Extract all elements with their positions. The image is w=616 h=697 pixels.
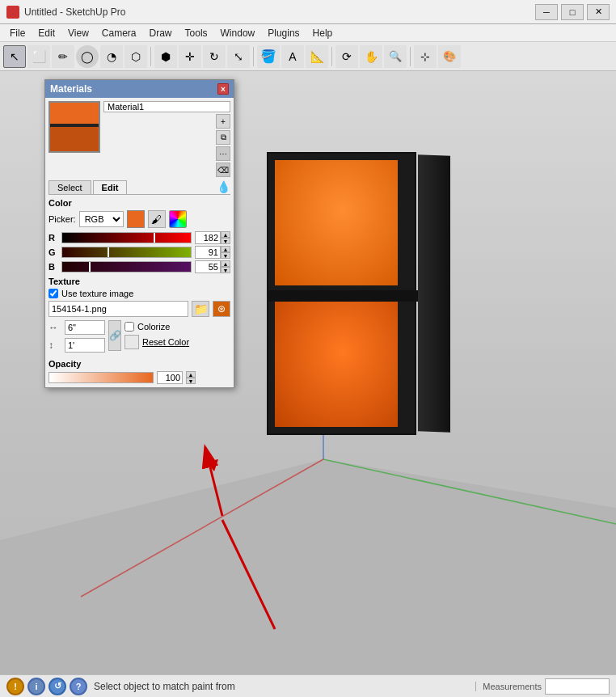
texture-filename-input[interactable] bbox=[49, 301, 188, 317]
texture-section: Texture Use texture image 📁 ⊛ ↔ bbox=[49, 277, 230, 354]
b-spin-down[interactable]: ▼ bbox=[221, 267, 230, 273]
picker-select[interactable]: RGB HSB HLS Wheel bbox=[79, 211, 124, 227]
material-name-input[interactable] bbox=[103, 101, 230, 112]
sample-paint-btn[interactable]: ⋯ bbox=[216, 146, 230, 161]
polygon-tool-btn[interactable]: ⬡ bbox=[124, 45, 147, 68]
paint-bucket-btn[interactable]: 🪣 bbox=[257, 45, 280, 68]
status-icon-circle1[interactable]: ! bbox=[6, 678, 24, 695]
eyedropper-btn[interactable]: 💧 bbox=[217, 180, 230, 194]
opacity-section: Opacity ▲ ▼ bbox=[49, 359, 230, 384]
color-swatch[interactable] bbox=[127, 210, 145, 228]
menu-camera[interactable]: Camera bbox=[95, 26, 143, 40]
use-texture-checkbox[interactable] bbox=[49, 289, 58, 298]
b-value-input[interactable] bbox=[195, 260, 221, 273]
panel-close-button[interactable]: × bbox=[217, 83, 229, 95]
menu-view[interactable]: View bbox=[61, 26, 95, 40]
width-row: ↔ bbox=[49, 320, 105, 335]
measure-btn[interactable]: 📐 bbox=[306, 45, 328, 68]
color-wheel-btn[interactable] bbox=[169, 210, 187, 228]
zoom-btn[interactable]: 🔍 bbox=[384, 45, 407, 68]
menu-edit[interactable]: Edit bbox=[32, 26, 61, 40]
width-input[interactable] bbox=[65, 320, 105, 335]
g-spinners: ▲ ▼ bbox=[221, 246, 230, 259]
tab-edit[interactable]: Edit bbox=[93, 180, 128, 194]
g-value-input[interactable] bbox=[195, 246, 221, 259]
menu-file[interactable]: File bbox=[3, 26, 32, 40]
close-button[interactable]: ✕ bbox=[587, 4, 610, 20]
title-bar: Untitled - SketchUp Pro ─ □ ✕ bbox=[0, 0, 616, 24]
status-bar: ! i ↺ ? Select object to match paint fro… bbox=[0, 674, 616, 697]
tab-select[interactable]: Select bbox=[49, 180, 91, 194]
select-tool-btn[interactable]: ↖ bbox=[3, 45, 26, 68]
texture-section-header: Texture bbox=[49, 277, 230, 286]
opacity-section-header: Opacity bbox=[49, 359, 230, 369]
g-slider[interactable] bbox=[61, 247, 192, 258]
size-inputs: ↔ ↕ bbox=[49, 320, 105, 354]
b-label: B bbox=[49, 262, 58, 272]
reset-color-btn[interactable]: Reset Color bbox=[142, 337, 189, 347]
status-icon-circle3[interactable]: ↺ bbox=[49, 678, 66, 695]
eraser-tool-btn[interactable]: ⬜ bbox=[27, 45, 50, 68]
height-input[interactable] bbox=[65, 338, 105, 353]
opacity-slider[interactable] bbox=[49, 372, 154, 383]
r-spin-up[interactable]: ▲ bbox=[221, 231, 230, 238]
status-icon-help[interactable]: ? bbox=[70, 678, 87, 695]
menu-draw[interactable]: Draw bbox=[143, 26, 179, 40]
menu-window[interactable]: Window bbox=[214, 26, 262, 40]
size-section: ↔ ↕ 🔗 Colorize bbox=[49, 320, 230, 354]
panel-tabs: Select Edit 💧 bbox=[49, 180, 230, 195]
opacity-value-input[interactable] bbox=[157, 371, 183, 384]
duplicate-material-btn[interactable]: ⧉ bbox=[216, 130, 230, 145]
r-label: R bbox=[49, 233, 58, 243]
minimize-button[interactable]: ─ bbox=[535, 4, 558, 20]
maximize-button[interactable]: □ bbox=[561, 4, 584, 20]
app-icon bbox=[6, 6, 19, 19]
scale-btn[interactable]: ⤡ bbox=[227, 45, 250, 68]
r-slider[interactable] bbox=[61, 232, 192, 243]
opacity-row: ▲ ▼ bbox=[49, 371, 230, 384]
move-btn[interactable]: ✛ bbox=[179, 45, 201, 68]
colorize-row: Colorize bbox=[124, 322, 189, 332]
width-icon: ↔ bbox=[49, 322, 61, 333]
circle-tool-btn[interactable]: ◯ bbox=[76, 45, 99, 68]
green-channel-row: G ▲ ▼ bbox=[49, 246, 230, 259]
link-dimensions-btn[interactable]: 🔗 bbox=[108, 320, 121, 351]
color-palette-btn[interactable]: 🎨 bbox=[438, 45, 461, 68]
menu-help[interactable]: Help bbox=[306, 26, 340, 40]
status-icon-circle2[interactable]: i bbox=[27, 678, 45, 695]
arc-tool-btn[interactable]: ◔ bbox=[100, 45, 123, 68]
opacity-spin-up[interactable]: ▲ bbox=[186, 371, 196, 378]
orbit-btn[interactable]: ⟳ bbox=[335, 45, 358, 68]
pencil-tool-btn[interactable]: ✏ bbox=[52, 45, 74, 68]
text-btn[interactable]: A bbox=[281, 45, 304, 68]
browse-texture-btn[interactable]: 📁 bbox=[192, 301, 209, 317]
toolbar-separator-3 bbox=[331, 47, 332, 66]
menu-tools[interactable]: Tools bbox=[179, 26, 214, 40]
r-spin-down[interactable]: ▼ bbox=[221, 238, 230, 244]
color-section-header: Color bbox=[49, 198, 230, 208]
pan-btn[interactable]: ✋ bbox=[360, 45, 382, 68]
picker-label: Picker: bbox=[49, 214, 76, 224]
r-value-input[interactable] bbox=[195, 231, 221, 244]
b-value-box: ▲ ▼ bbox=[195, 260, 230, 273]
b-slider[interactable] bbox=[61, 261, 192, 272]
r-spinners: ▲ ▼ bbox=[221, 231, 230, 244]
edit-texture-btn[interactable]: ⊛ bbox=[213, 301, 230, 317]
b-spin-up[interactable]: ▲ bbox=[221, 260, 230, 267]
toolbar-separator-4 bbox=[410, 47, 411, 66]
use-texture-label: Use texture image bbox=[61, 289, 133, 298]
paint-btn[interactable]: 🖌 bbox=[148, 210, 166, 228]
g-spin-down[interactable]: ▼ bbox=[221, 252, 230, 259]
push-pull-btn[interactable]: ⬢ bbox=[154, 45, 177, 68]
delete-material-btn[interactable]: ⌫ bbox=[216, 163, 230, 177]
axes-btn[interactable]: ⊹ bbox=[414, 45, 437, 68]
measurements-input[interactable] bbox=[545, 678, 610, 695]
opacity-spin-down[interactable]: ▼ bbox=[186, 378, 196, 384]
svg-marker-0 bbox=[0, 459, 616, 674]
b-spinners: ▲ ▼ bbox=[221, 260, 230, 273]
rotate-btn[interactable]: ↻ bbox=[203, 45, 226, 68]
g-spin-up[interactable]: ▲ bbox=[221, 246, 230, 252]
colorize-checkbox[interactable] bbox=[124, 322, 134, 332]
create-material-btn[interactable]: + bbox=[216, 114, 230, 129]
menu-plugins[interactable]: Plugins bbox=[261, 26, 306, 40]
